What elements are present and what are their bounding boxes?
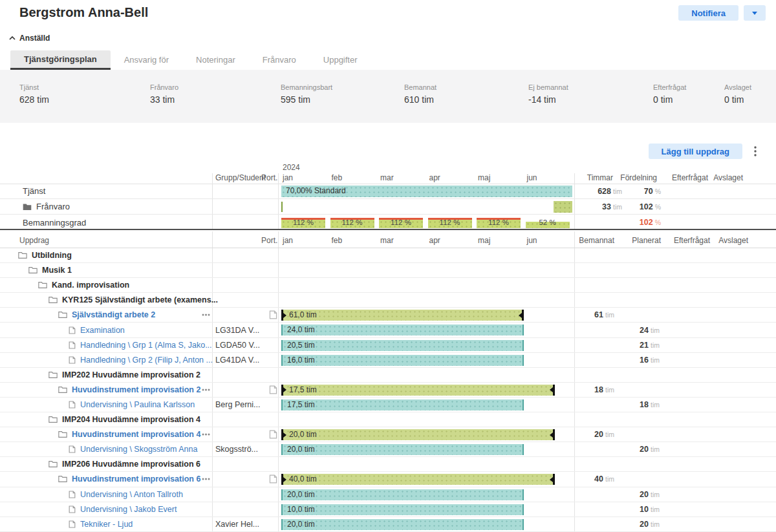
month-label: feb xyxy=(332,173,343,182)
bar-hours-label: 24,0 tim xyxy=(287,325,315,335)
more-options-icon[interactable] xyxy=(753,145,758,158)
month-label: jun xyxy=(527,236,537,245)
assignment-label[interactable]: Undervisning \ Jakob Evert xyxy=(80,505,177,514)
service-row-label: Tjänst xyxy=(23,184,45,198)
assignment-label[interactable]: Undervisning \ Paulina Karlsson xyxy=(80,400,195,409)
column-header-port: Port. xyxy=(261,173,277,182)
assignments-header: Uppdrag Port. janfebmaraprmajjun Bemanna… xyxy=(0,231,776,248)
drag-handle-right[interactable] xyxy=(553,429,555,440)
bar-hours-label: 20,0 tim xyxy=(287,519,315,530)
gantt-bar[interactable]: 20,0 tim xyxy=(281,429,555,440)
assignment-label[interactable]: IMP202 Huvudämne improvisation 2 xyxy=(62,370,200,379)
gantt-bar[interactable]: 17,5 tim xyxy=(281,385,555,396)
portfolio-icon[interactable] xyxy=(269,474,277,484)
assignment-label[interactable]: Undervisning \ Skogsström Anna xyxy=(80,445,197,454)
tab-uppgifter[interactable]: Uppgifter xyxy=(310,50,371,70)
assignment-label[interactable]: KYR125 Självständigt arbete (examens... xyxy=(62,295,218,304)
group-student-cell: Berg Perni... xyxy=(215,398,260,412)
assignment-label[interactable]: Huvudinstrument improvisation 4 xyxy=(72,430,200,439)
gantt-bar[interactable]: 24,0 tim xyxy=(281,325,524,335)
capacity-value: 112 % xyxy=(477,216,521,229)
assignment-row: Handledning \ Grp 1 (Alma S, Jako...LGDA… xyxy=(0,338,776,353)
row-menu-icon[interactable] xyxy=(200,387,211,392)
planerat-value: 24tim xyxy=(640,323,660,337)
gantt-bar[interactable]: 10,0 tim xyxy=(281,504,524,515)
assignment-label[interactable]: Tekniker - Ljud xyxy=(80,520,133,529)
staffing-grade-label: Bemanningsgrad xyxy=(23,215,86,230)
assignment-row: Självständigt arbete 261,0 tim61tim xyxy=(0,308,776,323)
gantt-bar[interactable]: 20,5 tim xyxy=(281,340,524,351)
gantt-bar[interactable]: 20,0 tim xyxy=(281,489,524,500)
tab-fr-nvaro[interactable]: Frånvaro xyxy=(249,50,310,70)
column-header-port: Port. xyxy=(261,236,277,245)
row-menu-icon[interactable] xyxy=(200,432,211,437)
assignment-label[interactable]: Handledning \ Grp 1 (Alma S, Jako... xyxy=(80,341,212,350)
drag-handle-left[interactable] xyxy=(281,429,283,440)
row-menu-icon[interactable] xyxy=(200,312,211,317)
drag-handle-right[interactable] xyxy=(553,474,555,485)
group-student-cell: LGDA50 V... xyxy=(215,338,260,352)
assignment-label[interactable]: Utbildning xyxy=(32,251,72,260)
drag-handle-left[interactable] xyxy=(281,474,283,485)
add-assignment-button[interactable]: Lägg till uppdrag xyxy=(649,144,742,159)
notify-button[interactable]: Notifiera xyxy=(678,5,738,21)
absence-row-label[interactable]: Frånvaro xyxy=(36,202,70,211)
caret-down-icon xyxy=(752,12,757,15)
distribution-value-alert: 102% xyxy=(640,215,661,230)
stat-bemanningsbart: Bemanningsbart595 tim xyxy=(281,83,332,105)
hours-value: 33tim xyxy=(602,199,622,214)
portfolio-icon[interactable] xyxy=(269,430,277,439)
assignment-label[interactable]: Kand. improvisation xyxy=(52,281,129,290)
drag-handle-left[interactable] xyxy=(281,310,283,321)
chevron-up-icon xyxy=(9,36,16,40)
employee-section-toggle[interactable]: Anställd xyxy=(9,34,50,43)
assignment-label[interactable]: Handledning \ Grp 2 (Filip J, Anton ... xyxy=(80,356,213,365)
gantt-bar[interactable]: 17,5 tim xyxy=(281,399,524,410)
assignment-label[interactable]: Huvudinstrument improvisation 6 xyxy=(72,474,200,484)
assignment-label[interactable]: Huvudinstrument improvisation 2 xyxy=(72,385,200,394)
stat-avslaget: Avslaget0 tim xyxy=(724,83,751,105)
assignment-label[interactable]: Musik 1 xyxy=(42,266,72,275)
assignment-label[interactable]: Undervisning \ Anton Tallroth xyxy=(80,490,183,499)
capacity-value: 112 % xyxy=(379,216,423,229)
tab-ansvarig-f-r[interactable]: Ansvarig för xyxy=(111,50,182,70)
folder-icon xyxy=(58,386,67,394)
tab-noteringar[interactable]: Noteringar xyxy=(182,50,249,70)
assignment-row: KYR125 Självständigt arbete (examens... xyxy=(0,293,776,308)
stat-value: 628 tim xyxy=(19,94,49,105)
gantt-bar[interactable]: 61,0 tim xyxy=(281,310,524,321)
summary-gantt: 2024 janfebmaraprmajjun Grupp/Student Po… xyxy=(0,160,776,230)
assignment-label[interactable]: IMP204 Huvudämne improvisation 4 xyxy=(62,415,200,424)
capacity-cell: 112 % xyxy=(379,216,423,229)
absence-gantt-bar[interactable] xyxy=(554,201,572,213)
bar-hours-label: 10,0 tim xyxy=(287,504,315,515)
tab-tj-nstg-ringsplan[interactable]: Tjänstgöringsplan xyxy=(10,50,111,70)
planerat-value: 16tim xyxy=(640,353,660,367)
drag-handle-right[interactable] xyxy=(553,385,555,396)
gantt-bar[interactable]: 20,0 tim xyxy=(281,444,524,455)
assignment-row: Undervisning \ Anton Tallroth20,0 tim20t… xyxy=(0,487,776,502)
bar-hours-label: 20,5 tim xyxy=(287,340,315,351)
portfolio-icon[interactable] xyxy=(269,385,277,394)
column-header-group-student: Grupp/Student xyxy=(215,173,266,182)
gantt-bar[interactable]: 40,0 tim xyxy=(281,474,555,485)
notify-dropdown-button[interactable] xyxy=(744,5,766,21)
row-menu-icon[interactable] xyxy=(200,476,211,482)
drag-handle-right[interactable] xyxy=(522,310,524,321)
gantt-bar[interactable]: 16,0 tim xyxy=(281,355,524,366)
bar-hours-label: 20,0 tim xyxy=(289,429,317,440)
assignment-label[interactable]: IMP206 Huvudämne improvisation 6 xyxy=(62,460,200,469)
page-icon xyxy=(69,445,76,453)
assignment-label[interactable]: Självständigt arbete 2 xyxy=(72,310,155,319)
gantt-bar[interactable]: 20,0 tim xyxy=(281,519,524,530)
drag-handle-left[interactable] xyxy=(281,385,283,396)
assignment-row: Handledning \ Grp 2 (Filip J, Anton ...L… xyxy=(0,353,776,368)
capacity-cell: 52 % xyxy=(526,216,570,229)
folder-icon xyxy=(48,296,58,304)
assignment-label[interactable]: Examination xyxy=(80,326,125,335)
portfolio-icon[interactable] xyxy=(269,310,277,319)
group-student-cell: Skogsströ... xyxy=(215,442,258,456)
employee-section-label: Anställd xyxy=(19,34,50,43)
service-gantt-bar[interactable]: 70,00% Standard xyxy=(281,186,572,197)
column-header-efterfragat: Efterfrågat xyxy=(672,173,708,182)
